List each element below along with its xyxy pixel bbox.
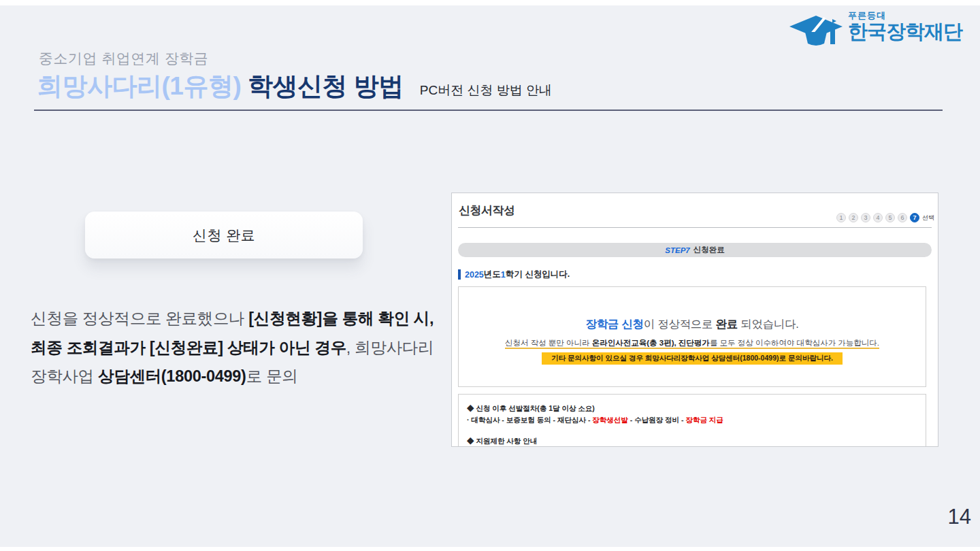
note-seg1: 신청을 정상적으로 완료했으나: [31, 310, 248, 327]
subline-bold: 온라인사전교육(총 3편), 진단평가: [592, 339, 710, 347]
headline-mid: 이 정상적으로: [644, 318, 716, 330]
semester-year-suffix: 년도: [484, 269, 501, 280]
bottom-white-strip: [0, 547, 980, 551]
step-7-active: 7: [910, 213, 919, 222]
form-title: 신청서작성: [459, 203, 515, 218]
restriction-heading: ◆ 지원제한 사항 안내: [467, 436, 917, 446]
logo-text: 푸른등대 한국장학재단: [848, 11, 962, 41]
page-subtitle: PC버전 신청 방법 안내: [420, 82, 552, 99]
semester-notice: 2025 년도 1 학기 신청입니다.: [458, 269, 570, 280]
step7-banner-step: STEP7: [665, 246, 689, 254]
page-title-rest: 학생신청 방법: [241, 72, 404, 100]
completion-message-box: 장학금 신청이 정상적으로 완료 되었습니다. 신청서 작성 뿐만 아니라 온라…: [458, 286, 926, 387]
guidance-paragraph: 신청을 정상적으로 완료했으나 [신청현황]을 통해 확인 시, 최종 조회결과…: [31, 304, 447, 391]
headline-blue: 장학금 신청: [585, 318, 643, 330]
note-seg4: 상담센터(1800-0499): [98, 367, 246, 385]
header-divider: [34, 110, 943, 111]
procedure-a: · 대학심사 - 보증보험 동의 - 재단심사 -: [467, 416, 592, 424]
note-seg5: 로 문의: [246, 367, 298, 385]
semester-year: 2025: [465, 270, 484, 280]
procedure-red-payment: 장학금 지급: [685, 416, 723, 424]
step-2: 2: [849, 213, 858, 222]
step-indicator: 1 2 3 4 5 6 7 선택: [836, 213, 934, 222]
page-title: 희망사다리(1유형) 학생신청 방법: [37, 69, 404, 103]
form-title-divider: [458, 227, 932, 228]
completion-subline: 신청서 작성 뿐만 아니라 온라인사전교육(총 3편), 진단평가를 모두 정상…: [459, 338, 926, 348]
application-complete-label: 신청 완료: [193, 226, 255, 245]
step-1: 1: [836, 213, 846, 222]
graduation-cap-icon: [789, 11, 843, 50]
yellow-notice-wrap: 기타 문의사항이 있으실 경우 희망사다리장학사업 상담센터(1800-0499…: [459, 351, 926, 365]
procedure-red-selection: 장학생선발: [592, 416, 628, 424]
completion-headline: 장학금 신청이 정상적으로 완료 되었습니다.: [459, 317, 926, 332]
semester-term-suffix: 학기 신청입니다.: [506, 269, 570, 280]
procedure-b: - 수납원장 정비 -: [628, 416, 686, 424]
top-white-strip: [0, 0, 980, 5]
subline-pre: 신청서 작성 뿐만 아니라: [505, 339, 592, 347]
semester-accent-bar: [458, 269, 461, 280]
headline-tail: 되었습니다.: [738, 318, 799, 330]
korea-student-aid-foundation-logo: 푸른등대 한국장학재단: [789, 11, 962, 50]
step7-banner-label: 신청완료: [693, 245, 725, 255]
yellow-contact-notice: 기타 문의사항이 있으실 경우 희망사다리장학사업 상담센터(1800-0499…: [542, 352, 843, 365]
header: 희망사다리(1유형) 학생신청 방법 PC버전 신청 방법 안내: [37, 69, 552, 103]
step7-banner: STEP7 신청완료: [458, 243, 932, 257]
logo-org-name: 한국장학재단: [848, 22, 962, 41]
slide: 중소기업 취업연계 장학금 희망사다리(1유형) 학생신청 방법 PC버전 신청…: [0, 0, 980, 551]
step-4: 4: [873, 213, 883, 222]
headline-bold: 완료: [716, 318, 738, 330]
eyebrow-text: 중소기업 취업연계 장학금: [39, 49, 208, 68]
step-suffix-label: 선택: [922, 214, 934, 222]
step-5: 5: [885, 213, 895, 222]
semester-term: 1: [501, 270, 506, 280]
procedure-steps-line: · 대학심사 - 보증보험 동의 - 재단심사 - 장학생선발 - 수납원장 정…: [467, 415, 917, 424]
subline-post: 를 모두 정상 이수하여야 대학심사가 가능합니다.: [710, 339, 879, 347]
application-complete-card: 신청 완료: [85, 212, 363, 258]
procedure-heading: ◆ 신청 이후 선발절차(총 1달 이상 소요): [467, 403, 917, 413]
procedure-info-box: ◆ 신청 이후 선발절차(총 1달 이상 소요) · 대학심사 - 보증보험 동…: [458, 394, 926, 447]
page-title-highlight: 희망사다리(1유형): [37, 72, 241, 100]
logo-tagline: 푸른등대: [848, 11, 962, 20]
step-6: 6: [898, 213, 907, 222]
step-3: 3: [861, 213, 870, 222]
page-number: 14: [948, 505, 971, 529]
application-form-screenshot: 신청서작성 1 2 3 4 5 6 7 선택 STEP7 신청완료 2025 년…: [451, 193, 938, 447]
